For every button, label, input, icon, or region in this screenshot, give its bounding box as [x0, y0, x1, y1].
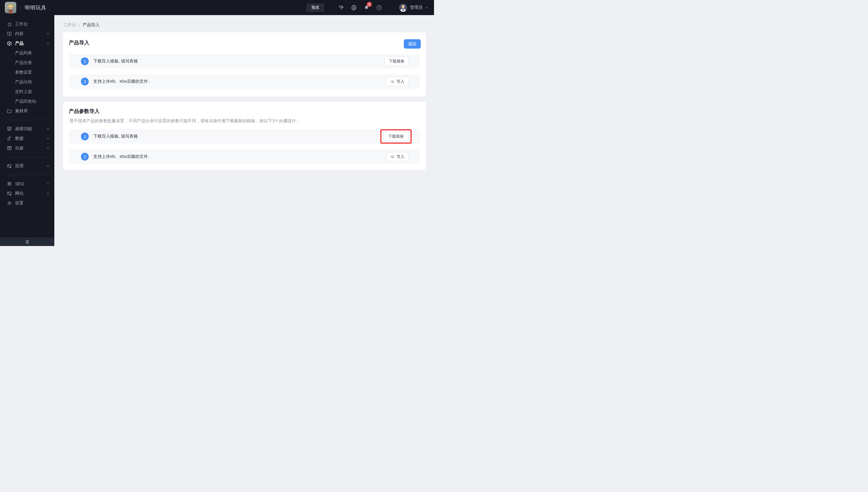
sidebar: 工作台 内容 产品 产品列表 产品分类 参数设置 产品分组 定时上架 产品回收站 [0, 15, 54, 246]
sidebar-collapse-button[interactable] [0, 238, 54, 246]
atom-icon [7, 181, 12, 187]
button-label: 导入 [397, 154, 404, 159]
sidebar-item-workbench[interactable]: 工作台 [0, 19, 54, 29]
breadcrumb: 工作台 / 产品导入 [64, 22, 426, 28]
cdn-globe-icon[interactable]: CDN [350, 4, 357, 11]
step-number-badge: 1 [81, 57, 89, 65]
sidebar-item-label: 内容 [15, 31, 46, 36]
bell-icon[interactable]: 3 [363, 4, 370, 11]
home-icon [7, 21, 12, 27]
breadcrumb-current: 产品导入 [83, 22, 100, 28]
chevron-down-icon [46, 127, 50, 131]
step-number-badge: 2 [81, 153, 89, 161]
chevron-up-icon [46, 42, 50, 45]
sidebar-divider [5, 157, 49, 157]
sidebar-item-label: 素材库 [15, 108, 50, 114]
step-text: 支持上传xls、xlsx后缀的文件. [93, 79, 149, 84]
step-row-1: 1 下载导入模板, 填写表格 下载模板 [69, 129, 420, 144]
help-icon[interactable]: ? [376, 4, 382, 11]
chevron-down-icon [46, 164, 50, 168]
sidebar-item-label: 产品 [15, 41, 46, 46]
sidebar-item-label: 网站 [15, 191, 46, 196]
user-avatar[interactable] [399, 4, 407, 12]
bar-chart-icon [7, 136, 12, 141]
card-title: 产品导入 [69, 39, 420, 46]
sidebar-item-seo[interactable]: SEO [0, 179, 54, 189]
sidebar-item-label: 数据 [15, 136, 46, 141]
preview-button[interactable]: 预览 [307, 4, 324, 12]
title-divider [21, 5, 21, 10]
step-text: 下载导入模板, 填写表格 [93, 134, 138, 139]
chevron-down-icon [46, 32, 50, 35]
cloud-download-icon [390, 79, 395, 84]
sidebar-item-settings[interactable]: 设置 [0, 198, 54, 208]
topbar-actions: 预览 CDN 3 [307, 4, 434, 12]
cloud-download-icon [390, 154, 395, 159]
chevron-down-icon [46, 146, 50, 150]
download-template-button[interactable]: 下载模板 [384, 132, 408, 141]
sidebar-item-label: 社媒 [15, 146, 46, 151]
notification-badge: 3 [367, 2, 372, 7]
breadcrumb-separator: / [79, 23, 80, 27]
sidebar-subitem-product-category[interactable]: 产品分类 [0, 58, 54, 68]
logo-image [5, 2, 16, 13]
sidebar-item-website[interactable]: 网站 [0, 189, 54, 198]
book-icon [7, 31, 12, 36]
sidebar-item-label: 工作台 [15, 21, 50, 27]
card-title: 产品参数导入 [69, 108, 420, 115]
sidebar-subitem-product-recycle-bin[interactable]: 产品回收站 [0, 97, 54, 106]
card-description: 用于现有产品的参数批量设置，不同产品分类可设置的参数可能不同，请每次操作都下载最… [69, 118, 420, 124]
button-label: 导入 [397, 79, 404, 84]
button-label: 下载模板 [388, 134, 404, 139]
topbar-divider [391, 4, 391, 11]
chevron-down-icon [46, 192, 50, 195]
import-button[interactable]: 导入 [386, 152, 408, 161]
sidebar-item-content[interactable]: 内容 [0, 29, 54, 39]
app-monitor-icon [7, 163, 12, 169]
button-label: 下载模板 [389, 58, 404, 64]
sidebar-subitem-scheduled-listing[interactable]: 定时上架 [0, 87, 54, 97]
app-logo[interactable] [5, 2, 16, 13]
app-title: 明明玩具 [25, 4, 47, 11]
step-number-badge: 1 [81, 132, 89, 140]
sidebar-item-label: 应用 [15, 163, 46, 169]
download-template-button[interactable]: 下载模板 [385, 57, 408, 66]
sidebar-item-data[interactable]: 数据 [0, 134, 54, 143]
user-name[interactable]: 管理员 [410, 5, 423, 10]
sidebar-divider [5, 120, 49, 120]
website-icon [7, 191, 12, 196]
step-row-1: 1 下载导入模板, 填写表格 下载模板 [69, 54, 420, 69]
sidebar-item-material-library[interactable]: 素材库 [0, 106, 54, 116]
sidebar-item-label: SEO [15, 181, 46, 186]
sidebar-item-apps[interactable]: 应用 [0, 161, 54, 171]
product-import-card: 产品导入 返回 1 下载导入模板, 填写表格 下载模板 2 支持上传xls、xl… [63, 32, 426, 97]
param-import-card: 产品参数导入 用于现有产品的参数批量设置，不同产品分类可设置的参数可能不同，请每… [63, 102, 426, 170]
svg-text:?: ? [378, 6, 380, 9]
svg-text:CDN: CDN [352, 7, 355, 8]
sidebar-item-label: 超级功能 [15, 126, 46, 131]
attention-highlight-red-box: 下载模板 [380, 129, 412, 144]
monitor-chart-icon [7, 126, 12, 131]
chevron-down-icon [46, 137, 50, 140]
sidebar-subitem-param-settings[interactable]: 参数设置 [0, 68, 54, 77]
chevron-down-icon[interactable] [425, 6, 428, 10]
breadcrumb-workbench[interactable]: 工作台 [64, 22, 76, 28]
sidebar-item-super-features[interactable]: 超级功能 [0, 124, 54, 134]
sidebar-subitem-product-list[interactable]: 产品列表 [0, 48, 54, 58]
main-content: 工作台 / 产品导入 产品导入 返回 1 下载导入模板, 填写表格 下载模板 2… [54, 15, 434, 246]
sidebar-subitem-product-group[interactable]: 产品分组 [0, 77, 54, 87]
cube-icon [7, 41, 12, 46]
import-button[interactable]: 导入 [386, 77, 408, 86]
step-number-badge: 2 [81, 78, 89, 85]
paint-roller-icon[interactable] [338, 4, 344, 11]
topbar-left: 明明玩具 [0, 2, 47, 13]
sidebar-item-product[interactable]: 产品 [0, 39, 54, 48]
back-button[interactable]: 返回 [404, 39, 421, 49]
step-row-2: 2 支持上传xls、xlsx后缀的文件. 导入 [69, 74, 420, 89]
menu-fold-icon [25, 240, 30, 244]
folder-icon [7, 108, 12, 114]
step-text: 下载导入模板, 填写表格 [93, 58, 138, 64]
sidebar-item-label: 设置 [15, 200, 50, 206]
sidebar-divider [5, 175, 49, 175]
sidebar-item-social-media[interactable]: 社媒 [0, 143, 54, 153]
